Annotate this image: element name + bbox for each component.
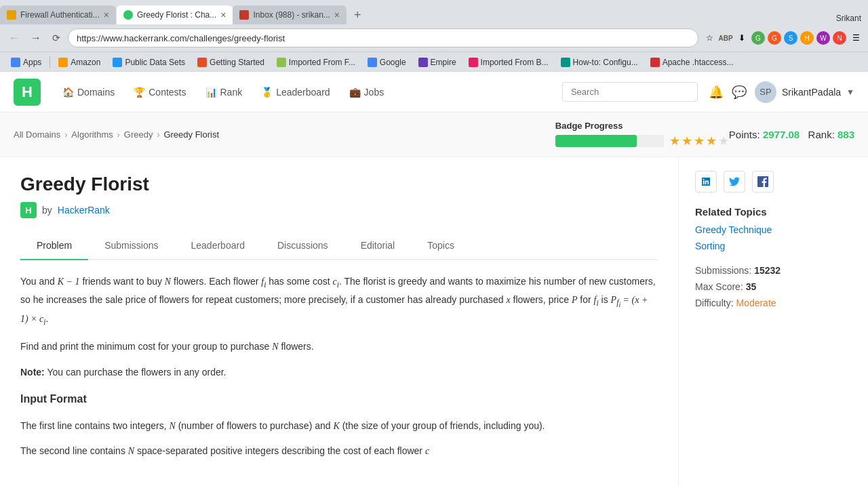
leaderboard-label: Leaderboard: [276, 87, 330, 98]
messages-icon[interactable]: 💬: [732, 85, 747, 100]
difficulty-label: Difficulty:: [695, 298, 734, 308]
tab-title-hr: Greedy Florist : Cha...: [137, 10, 216, 20]
tab-editorial[interactable]: Editorial: [344, 232, 412, 260]
badge-bar: [555, 135, 664, 147]
math-formula: Pfi = (x + 1) × ci: [20, 295, 648, 325]
facebook-icon[interactable]: [752, 171, 774, 192]
bookmark-google[interactable]: Google: [362, 56, 412, 68]
new-tab-button[interactable]: +: [350, 5, 366, 24]
chrome-ext-6[interactable]: N: [833, 31, 846, 45]
bookmark-apps[interactable]: Apps: [5, 56, 47, 68]
chrome-ext-5[interactable]: W: [816, 31, 830, 45]
twitter-icon[interactable]: [724, 171, 745, 192]
tab-gmail[interactable]: Inbox (988) - srikan... ×: [233, 5, 347, 24]
bookmark-getting-started[interactable]: Getting Started: [192, 56, 270, 68]
reload-button[interactable]: ⟳: [49, 31, 64, 45]
gs-favicon: [197, 58, 207, 67]
topic-greedy-technique[interactable]: Greedy Technique: [695, 224, 852, 235]
tab-favicon-hr: [123, 10, 133, 20]
tab-problem[interactable]: Problem: [20, 232, 88, 260]
star-4: ★: [706, 134, 717, 148]
jobs-label: Jobs: [364, 87, 384, 98]
amazon-label: Amazon: [71, 58, 100, 67]
tab-topics[interactable]: Topics: [411, 232, 471, 260]
if2-favicon: [469, 58, 478, 67]
challenge-body: Greedy Florist H by HackerRank Problem S…: [0, 157, 868, 485]
bookmark-empire[interactable]: Empire: [413, 56, 462, 68]
chrome-ext-4[interactable]: H: [800, 31, 814, 45]
apache-favicon: [650, 58, 660, 67]
star-2: ★: [682, 134, 692, 148]
submissions-value: 15232: [754, 265, 781, 276]
forward-button[interactable]: →: [27, 30, 45, 45]
address-input[interactable]: [68, 28, 698, 47]
breadcrumb-all-domains[interactable]: All Domains: [14, 129, 60, 140]
notifications-icon[interactable]: 🔔: [709, 85, 724, 100]
math-c-arr: c: [425, 446, 429, 456]
challenge-sidebar: Related Topics Greedy Technique Sorting …: [678, 157, 868, 485]
bookmark-apache[interactable]: Apache .htaccess...: [645, 56, 739, 68]
nav-contests[interactable]: 🏆 Contests: [125, 81, 194, 103]
search-input[interactable]: [562, 82, 698, 102]
tab-close-gmail[interactable]: ×: [334, 9, 340, 20]
user-badge: Srikant: [829, 12, 868, 24]
chrome-ext-3[interactable]: S: [784, 31, 797, 45]
math-ci: ci: [332, 277, 338, 287]
rank-value: 883: [837, 129, 854, 140]
empire-label: Empire: [431, 58, 456, 67]
download-icon[interactable]: ⬇: [735, 31, 749, 45]
math-fi-2: fi: [594, 295, 599, 305]
badge-stars: ★ ★ ★ ★ ★: [669, 134, 729, 148]
tab-close-hr[interactable]: ×: [220, 9, 226, 20]
tab-leaderboard[interactable]: Leaderboard: [175, 232, 261, 260]
hr-nav-links: 🏠 Domains 🏆 Contests 📊 Rank 🥇 Leaderboar…: [54, 81, 392, 103]
chrome-ext-2[interactable]: G: [768, 31, 781, 45]
input-format-text-1: The first line contains two integers, N …: [20, 418, 658, 434]
stat-difficulty: Difficulty: Moderate: [695, 298, 852, 308]
tab-close-firewall[interactable]: ×: [104, 9, 109, 20]
hr-logo[interactable]: H: [14, 79, 41, 106]
bookmark-amazon[interactable]: Amazon: [53, 56, 106, 68]
breadcrumb-sep-2: ›: [117, 130, 120, 140]
nav-jobs[interactable]: 💼 Jobs: [341, 81, 393, 103]
tab-submissions[interactable]: Submissions: [88, 232, 174, 260]
if1-favicon: [277, 58, 286, 67]
htc-label: How-to: Configu...: [573, 58, 638, 67]
hr-search: [562, 82, 698, 102]
badge-progress: Badge Progress ★ ★ ★ ★ ★: [555, 121, 729, 148]
nav-rank[interactable]: 📊 Rank: [197, 81, 251, 103]
abp-icon[interactable]: ABP: [719, 31, 732, 45]
linkedin-icon[interactable]: [695, 171, 717, 192]
star-5: ★: [718, 134, 729, 148]
tab-hr[interactable]: Greedy Florist : Cha... ×: [117, 5, 233, 24]
bookmark-imported-from-2[interactable]: Imported From B...: [463, 56, 554, 68]
apps-favicon: [11, 58, 20, 67]
breadcrumb-current: Greedy Florist: [163, 129, 219, 140]
bookmark-htc[interactable]: How-to: Configu...: [555, 56, 644, 68]
pds-label: Public Data Sets: [125, 58, 185, 67]
bookmark-pds[interactable]: Public Data Sets: [107, 56, 191, 68]
breadcrumb-greedy[interactable]: Greedy: [124, 129, 153, 140]
sidebar-stats: Submissions: 15232 Max Score: 35 Difficu…: [695, 265, 852, 308]
math-n-3: N: [169, 421, 175, 431]
back-button[interactable]: ←: [5, 30, 23, 45]
hr-user[interactable]: SP SrikantPadala ▼: [755, 81, 854, 103]
author-link[interactable]: HackerRank: [58, 205, 110, 216]
star-icon[interactable]: ☆: [703, 31, 716, 45]
if1-label: Imported From F...: [289, 58, 355, 67]
input-format-text-2: The second line contains N space-separat…: [20, 443, 658, 460]
author-by: by: [42, 205, 52, 216]
chrome-ext-1[interactable]: G: [751, 31, 765, 45]
nav-leaderboard[interactable]: 🥇 Leaderboard: [253, 81, 338, 103]
jobs-icon: 💼: [349, 87, 361, 98]
bookmark-separator-1: [50, 56, 50, 68]
topic-sorting[interactable]: Sorting: [695, 241, 852, 251]
tab-firewall[interactable]: Firewall Authenticati... ×: [0, 5, 116, 24]
google-favicon: [368, 58, 377, 67]
nav-domains[interactable]: 🏠 Domains: [54, 81, 123, 103]
tab-discussions[interactable]: Discussions: [261, 232, 344, 260]
bookmark-imported-from-1[interactable]: Imported From F...: [271, 56, 361, 68]
breadcrumb-algorithms[interactable]: Algorithms: [71, 129, 113, 140]
chrome-menu[interactable]: ☰: [849, 31, 863, 45]
stat-submissions: Submissions: 15232: [695, 265, 852, 276]
